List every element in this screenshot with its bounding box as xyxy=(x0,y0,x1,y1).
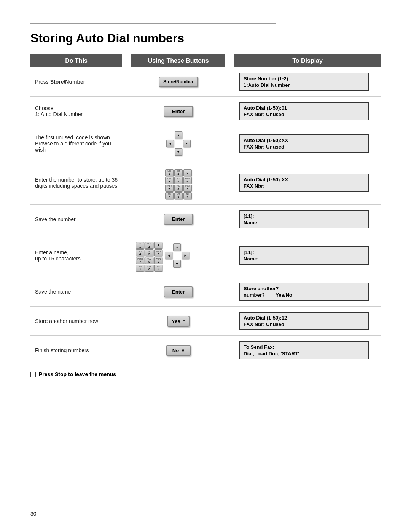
display-line2-1: 1:Auto Dial Number xyxy=(244,82,365,88)
button-cell-4: ABC1 DEF2 3 GHI4 JKL5 MNO6 PQRS7 TUV8 WX… xyxy=(131,161,225,205)
footer-note: Press Stop to leave the menus xyxy=(30,371,381,377)
display-line2-9: Dial, Load Doc, 'START' xyxy=(244,351,365,356)
arrow-empty-bl2 xyxy=(165,260,172,268)
arrow-up-button-2[interactable]: ▲ xyxy=(173,243,181,251)
button-cell-9: No # xyxy=(131,336,225,365)
display-line1-6: [11]: xyxy=(244,249,365,255)
enter-button-2[interactable]: Enter xyxy=(164,214,193,225)
num-key-star[interactable]: Yes* xyxy=(165,192,174,199)
arrow-up-button[interactable]: ▲ xyxy=(175,131,182,139)
num-key-4b[interactable]: GHI4 xyxy=(136,249,144,256)
arrow-keypad-1: ▲ ◄ ► ▼ xyxy=(166,131,191,156)
num-key-4[interactable]: GHI4 xyxy=(165,177,174,184)
display-cell-2: Auto Dial (1-50):01 FAX Nbr: Unused xyxy=(234,97,381,126)
display-line2-3: FAX Nbr: Unused xyxy=(244,144,365,150)
display-box-9: To Send Fax: Dial, Load Doc, 'START' xyxy=(239,341,369,359)
display-cell-6: [11]: Name: xyxy=(234,234,381,277)
footer-text: Press Stop to leave the menus xyxy=(39,371,116,377)
num-key-1b[interactable]: ABC1 xyxy=(136,242,144,249)
num-key-7[interactable]: PQRS7 xyxy=(165,185,174,192)
arrow-down-button[interactable]: ▼ xyxy=(175,148,182,156)
gap-cell-3 xyxy=(122,126,131,161)
display-box-6: [11]: Name: xyxy=(239,246,369,265)
button-cell-5: Enter xyxy=(131,204,225,234)
gap-cell-7 xyxy=(122,277,131,307)
num-key-0[interactable]: Sym0 xyxy=(174,192,183,199)
button-cell-2: Enter xyxy=(131,97,225,126)
display-line1-7: Store another? xyxy=(244,286,365,291)
yes-star-button[interactable]: Yes * xyxy=(167,316,190,327)
num-key-7b[interactable]: PQRS7 xyxy=(136,257,144,264)
display-line1-8: Auto Dial (1-50):12 xyxy=(244,315,365,321)
display-line2-6: Name: xyxy=(244,256,365,262)
numpad-grid-1: ABC1 DEF2 3 GHI4 JKL5 MNO6 PQRS7 TUV8 WX… xyxy=(165,169,192,199)
header-gap2 xyxy=(225,54,234,67)
num-key-0b[interactable]: Sym0 xyxy=(145,265,153,272)
arrow-left-button-2[interactable]: ◄ xyxy=(165,252,172,259)
display-cell-9: To Send Fax: Dial, Load Doc, 'START' xyxy=(234,336,381,365)
numpad-arrows-combo: ABC1 DEF2 3 GHI4 JKL5 MNO6 PQRS7 TUV8 WX… xyxy=(136,240,221,272)
num-key-5b[interactable]: JKL5 xyxy=(145,249,153,256)
display-line2-8: FAX Nbr: Unused xyxy=(244,321,365,327)
arrow-right-button-2[interactable]: ► xyxy=(182,252,189,259)
display-box-2: Auto Dial (1-50):01 FAX Nbr: Unused xyxy=(239,102,369,120)
num-key-6[interactable]: MNO6 xyxy=(183,177,192,184)
num-key-star-b[interactable]: Yes* xyxy=(136,265,144,272)
header-gap1 xyxy=(122,54,131,67)
action-cell-3: The first unused code is shown. Browse t… xyxy=(30,126,122,161)
num-key-2b[interactable]: DEF2 xyxy=(145,242,153,249)
arrow-left-button[interactable]: ◄ xyxy=(166,140,174,147)
header-display: To Display xyxy=(234,54,381,67)
table-row: Store another number now Yes * Auto Dial… xyxy=(30,307,381,336)
gap-cell-3b xyxy=(225,126,234,161)
num-key-2[interactable]: DEF2 xyxy=(174,169,183,176)
num-key-8b[interactable]: TUV8 xyxy=(145,257,153,264)
arrow-down-button-2[interactable]: ▼ xyxy=(173,260,181,268)
enter-button-3[interactable]: Enter xyxy=(164,286,193,297)
button-cell-8: Yes * xyxy=(131,307,225,336)
arrow-empty-tl xyxy=(166,131,174,139)
arrow-empty-tl2 xyxy=(165,243,172,251)
display-cell-1: Store Number (1-2) 1:Auto Dial Number xyxy=(234,67,381,97)
display-line2-4: FAX Nbr: xyxy=(244,183,365,189)
numpad-1: ABC1 DEF2 3 GHI4 JKL5 MNO6 PQRS7 TUV8 WX… xyxy=(165,167,192,199)
checkbox-icon xyxy=(30,372,36,377)
num-key-hash[interactable]: No# xyxy=(183,192,192,199)
num-key-9[interactable]: WXYZ9 xyxy=(183,185,192,192)
num-key-1[interactable]: ABC1 xyxy=(165,169,174,176)
num-key-6b[interactable]: MNO6 xyxy=(154,249,162,256)
no-hash-button[interactable]: No # xyxy=(166,345,191,356)
arrow-empty-br2 xyxy=(182,260,189,268)
num-key-3[interactable]: 3 xyxy=(183,169,192,176)
arrow-empty-tr2 xyxy=(182,243,189,251)
gap-cell-2 xyxy=(122,97,131,126)
arrow-right-button[interactable]: ► xyxy=(183,140,191,147)
action-cell-4: Enter the number to store, up to 36 digi… xyxy=(30,161,122,205)
num-key-3b[interactable]: 3 xyxy=(154,242,162,249)
main-table: Do This Using These Buttons To Display P… xyxy=(30,54,381,365)
num-key-hash-b[interactable]: No# xyxy=(154,265,162,272)
num-key-9b[interactable]: WXYZ9 xyxy=(154,257,162,264)
store-number-button[interactable]: Store/Number xyxy=(159,77,198,87)
table-row: Enter a name,up to 15 characters ABC1 DE… xyxy=(30,234,381,277)
action-cell-9: Finish storing numbers xyxy=(30,336,122,365)
display-box-8: Auto Dial (1-50):12 FAX Nbr: Unused xyxy=(239,312,369,330)
enter-button-1[interactable]: Enter xyxy=(164,106,193,117)
gap-cell-9b xyxy=(225,336,234,365)
gap-cell-6 xyxy=(122,234,131,277)
table-header: Do This Using These Buttons To Display xyxy=(30,54,381,67)
num-key-8[interactable]: TUV8 xyxy=(174,185,183,192)
gap-cell-1b xyxy=(225,67,234,97)
display-line2-5: Name: xyxy=(244,220,365,225)
display-box-4: Auto Dial (1-50):XX FAX Nbr: xyxy=(239,174,369,192)
gap-cell-8b xyxy=(225,307,234,336)
num-key-5[interactable]: JKL5 xyxy=(174,177,183,184)
arrow-empty-tr xyxy=(183,131,191,139)
numpad-grid-2: ABC1 DEF2 3 GHI4 JKL5 MNO6 PQRS7 TUV8 WX… xyxy=(136,242,162,272)
button-cell-1: Store/Number xyxy=(131,67,225,97)
arrow-empty-bl xyxy=(166,148,174,156)
display-cell-4: Auto Dial (1-50):XX FAX Nbr: xyxy=(234,161,381,205)
table-row: Finish storing numbers No # To Send Fax:… xyxy=(30,336,381,365)
display-cell-5: [11]: Name: xyxy=(234,204,381,234)
arrow-center xyxy=(175,140,182,147)
